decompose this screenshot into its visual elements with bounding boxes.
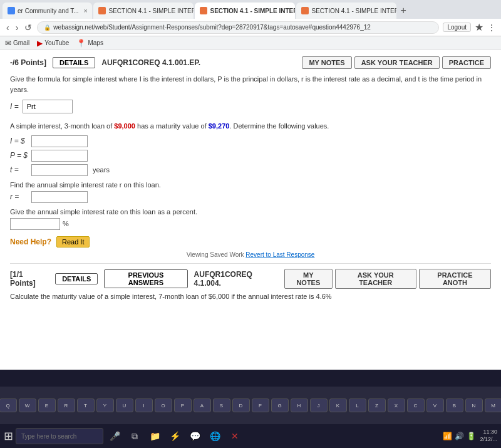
formula-input[interactable] (23, 100, 73, 113)
taskbar-lightning-icon[interactable]: ⚡ (166, 427, 183, 445)
tab-1-label: er Community and T... (18, 8, 79, 14)
key-q[interactable]: Q (0, 399, 17, 412)
taskbar-chat-icon[interactable]: 💬 (186, 427, 204, 445)
key-s[interactable]: S (213, 399, 230, 412)
give-rate-text: Give the annual simple interest rate on … (10, 208, 491, 216)
key-x[interactable]: X (388, 399, 405, 412)
key-j[interactable]: J (310, 399, 328, 412)
browser-chrome: er Community and T... × SECTION 4.1 - SI… (0, 0, 501, 50)
q1-practice-btn[interactable]: PRACTICE (442, 56, 491, 69)
youtube-label: YouTube (44, 39, 69, 46)
percent-input[interactable] (10, 218, 60, 230)
i-input[interactable] (31, 135, 88, 147)
bookmark-youtube[interactable]: ▶ YouTube (37, 39, 69, 48)
key-n[interactable]: N (465, 399, 483, 412)
taskbar-time: 11:30 2/12/... (480, 429, 497, 443)
key-z[interactable]: Z (368, 399, 386, 412)
taskbar-task-view[interactable]: ⧉ (126, 427, 143, 445)
taskbar-search[interactable] (16, 428, 103, 444)
question2-header: [1/1 Points] DETAILS PREVIOUS ANSWERS AU… (10, 269, 491, 289)
tab-4-icon (301, 7, 309, 14)
volume-icon: 🔊 (455, 432, 464, 440)
tab-1[interactable]: er Community and T... × (3, 3, 92, 19)
saved-work-text: Viewing Saved Work (187, 251, 244, 258)
t-input[interactable] (31, 164, 88, 176)
q2-practice-btn[interactable]: PRACTICE ANOTH (419, 269, 491, 289)
taskbar-close-icon[interactable]: ✕ (226, 427, 244, 445)
forward-btn[interactable]: › (14, 23, 20, 33)
q1-details-btn[interactable]: DETAILS (53, 57, 95, 68)
q2-details-btn[interactable]: DETAILS (55, 273, 98, 284)
r-input[interactable] (31, 191, 88, 203)
tab-3[interactable]: SECTION 4.1 - SIMPLE INTER... × (195, 3, 295, 19)
maps-icon: 📍 (76, 39, 86, 48)
q2-action-buttons: MY NOTES ASK YOUR TEACHER PRACTICE ANOTH (284, 269, 491, 289)
tab-2-label: SECTION 4.1 - SIMPLE INTER... (108, 8, 194, 14)
key-l[interactable]: L (349, 399, 366, 412)
bookmark-btn[interactable]: ★ (475, 21, 483, 33)
saved-work-row: Viewing Saved Work Revert to Last Respon… (10, 251, 491, 258)
q1-description: Give the formula for simple interest whe… (10, 74, 491, 95)
q2-ask-teacher-btn[interactable]: ASK YOUR TEACHER (335, 269, 416, 289)
taskbar-mic-icon[interactable]: 🎤 (106, 427, 123, 445)
q1-my-notes-btn[interactable]: MY NOTES (302, 56, 351, 69)
key-v[interactable]: V (426, 399, 444, 412)
tab-2[interactable]: SECTION 4.1 - SIMPLE INTER... × (93, 3, 194, 19)
key-w[interactable]: W (19, 399, 36, 412)
taskbar-right: 📶 🔊 🔋 11:30 2/12/... (443, 429, 497, 443)
t-input-row: t = years (10, 164, 491, 176)
refresh-btn[interactable]: ↺ (23, 23, 33, 33)
address-bar[interactable]: 🔒 webassign.net/web/Student/Assignment-R… (37, 21, 439, 34)
tab-1-close[interactable]: × (84, 8, 88, 14)
p-label: P = $ (10, 151, 29, 160)
revert-link[interactable]: Revert to Last Response (245, 251, 314, 258)
back-btn[interactable]: ‹ (5, 23, 11, 33)
read-it-btn[interactable]: Read It (56, 236, 90, 247)
key-k[interactable]: K (329, 399, 347, 412)
key-t[interactable]: T (77, 399, 95, 412)
key-g[interactable]: G (271, 399, 289, 412)
p-input[interactable] (31, 150, 88, 162)
start-btn[interactable]: ⊞ (4, 429, 13, 443)
address-text: webassign.net/web/Student/Assignment-Res… (53, 24, 370, 31)
key-f[interactable]: F (252, 399, 269, 412)
key-i[interactable]: I (135, 399, 153, 412)
bookmark-gmail[interactable]: ✉ Gmail (5, 39, 29, 48)
key-b[interactable]: B (446, 399, 463, 412)
logout-btn[interactable]: Logout (443, 23, 471, 32)
battery-icon: 🔋 (467, 432, 476, 440)
tab-3-icon (200, 7, 207, 14)
key-y[interactable]: Y (96, 399, 114, 412)
q2-my-notes-btn[interactable]: MY NOTES (284, 269, 332, 289)
tab-4-label: SECTION 4.1 - SIMPLE INTER... (311, 8, 396, 14)
key-a[interactable]: A (194, 399, 211, 412)
key-m[interactable]: M (485, 399, 502, 412)
tab-2-icon (98, 7, 106, 14)
q1-ask-teacher-btn[interactable]: ASK YOUR TEACHER (354, 56, 440, 69)
need-help-label: Need Help? (10, 237, 51, 246)
key-d[interactable]: D (232, 399, 250, 412)
key-u[interactable]: U (116, 399, 133, 412)
loan-amount: $9,000 (114, 122, 135, 130)
t-label: t = (10, 165, 29, 174)
key-o[interactable]: O (155, 399, 172, 412)
key-r[interactable]: R (58, 399, 75, 412)
menu-btn[interactable]: ⋮ (487, 23, 496, 33)
percent-sign: % (63, 220, 69, 227)
new-tab-btn[interactable]: + (400, 5, 406, 16)
question1-header: -/6 Points] DETAILS AUFQR1COREQ 4.1.001.… (10, 56, 491, 69)
taskbar-browser-icon[interactable]: 🌐 (206, 427, 224, 445)
address-bar-row: ‹ › ↺ 🔒 webassign.net/web/Student/Assign… (0, 19, 501, 36)
r-input-row: r = (10, 191, 491, 203)
formula-row: I = (10, 100, 491, 113)
key-e[interactable]: E (38, 399, 56, 412)
bookmark-maps[interactable]: 📍 Maps (76, 39, 103, 48)
key-h[interactable]: H (291, 399, 308, 412)
gmail-icon: ✉ (5, 39, 11, 48)
key-p[interactable]: P (174, 399, 192, 412)
gmail-label: Gmail (13, 39, 29, 46)
taskbar-files-icon[interactable]: 📁 (146, 427, 163, 445)
tab-4[interactable]: SECTION 4.1 - SIMPLE INTER... × (296, 3, 396, 19)
key-c[interactable]: C (407, 399, 425, 412)
q2-prev-answers-btn[interactable]: PREVIOUS ANSWERS (104, 269, 187, 288)
